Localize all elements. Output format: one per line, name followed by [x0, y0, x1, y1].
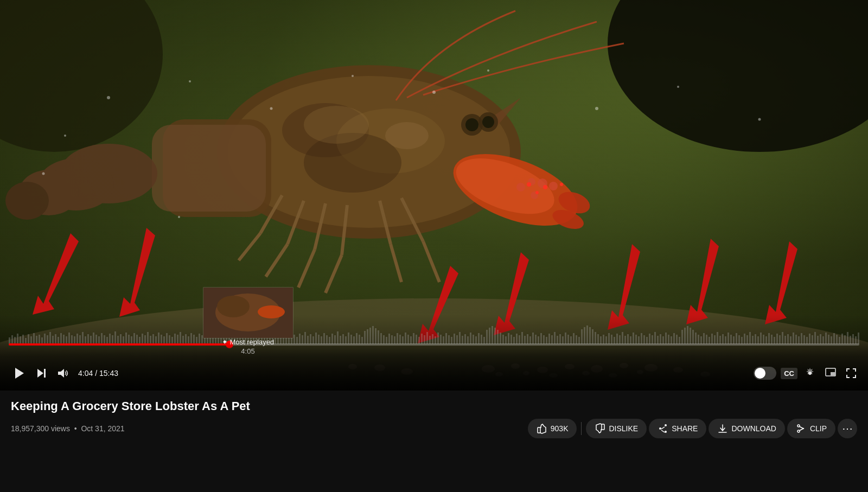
svg-line-411: [661, 430, 665, 432]
autopause-toggle[interactable]: [754, 367, 776, 380]
clip-button[interactable]: CLIP: [787, 419, 835, 438]
share-icon: [658, 423, 668, 434]
svg-point-56: [482, 116, 494, 128]
svg-rect-292: [586, 325, 588, 344]
like-button[interactable]: 903K: [528, 419, 577, 438]
svg-point-413: [797, 430, 800, 432]
svg-point-68: [270, 107, 273, 110]
download-icon: [717, 423, 728, 434]
video-frame: ✦ Most replayed 4:05: [0, 0, 868, 391]
video-controls: 4:04 / 15:43 CC: [0, 342, 868, 391]
svg-point-73: [595, 107, 598, 110]
svg-marker-404: [37, 369, 43, 378]
more-icon: ⋯: [842, 422, 853, 435]
svg-point-72: [64, 135, 66, 137]
svg-point-57: [516, 183, 525, 191]
volume-button[interactable]: [54, 365, 72, 382]
share-button[interactable]: SHARE: [649, 419, 706, 438]
meta-row: 18,957,300 views • Oct 31, 2021 903K: [11, 419, 857, 438]
svg-point-63: [543, 185, 547, 189]
action-buttons: 903K DISLIKE: [528, 419, 857, 438]
dislike-icon: [595, 423, 605, 434]
divider: [581, 422, 582, 435]
clip-icon: [796, 423, 807, 434]
svg-rect-409: [831, 372, 835, 375]
like-count: 903K: [551, 424, 569, 433]
svg-rect-405: [44, 369, 46, 378]
download-button[interactable]: DOWNLOAD: [709, 419, 784, 438]
time-display: 4:04 / 15:43: [78, 369, 118, 378]
more-button[interactable]: ⋯: [838, 419, 857, 438]
controls-row: 4:04 / 15:43 CC: [0, 362, 868, 384]
svg-point-70: [432, 91, 436, 94]
info-bar: Keeping A Grocery Store Lobster As A Pet…: [0, 391, 868, 492]
next-button[interactable]: [33, 365, 50, 382]
svg-point-62: [527, 182, 531, 187]
svg-point-75: [758, 118, 761, 121]
svg-point-60: [549, 182, 558, 190]
settings-area: CC: [754, 365, 859, 381]
svg-point-71: [487, 69, 489, 72]
cc-button[interactable]: CC: [781, 368, 797, 379]
svg-marker-403: [15, 368, 24, 379]
svg-point-64: [560, 183, 563, 186]
svg-point-76: [178, 216, 180, 218]
settings-button[interactable]: [802, 365, 818, 381]
miniplayer-button[interactable]: [822, 365, 839, 381]
video-title: Keeping A Grocery Store Lobster As A Pet: [11, 399, 857, 413]
fullscreen-button[interactable]: [843, 365, 859, 381]
view-count: 18,957,300 views • Oct 31, 2021: [11, 424, 125, 433]
svg-marker-406: [58, 369, 64, 378]
svg-point-28: [304, 106, 369, 144]
svg-rect-31: [152, 125, 266, 212]
dislike-button[interactable]: DISLIKE: [586, 419, 647, 438]
svg-point-65: [535, 191, 539, 194]
svg-point-74: [677, 86, 679, 88]
svg-line-410: [661, 427, 665, 429]
svg-point-35: [5, 182, 49, 220]
svg-point-399: [217, 296, 250, 317]
svg-point-69: [352, 75, 354, 77]
svg-point-29: [385, 122, 429, 149]
svg-point-77: [42, 172, 45, 175]
video-player[interactable]: ✦ Most replayed 4:05: [0, 0, 868, 391]
play-button[interactable]: [9, 363, 28, 383]
svg-point-66: [107, 96, 110, 99]
like-icon: [537, 423, 547, 434]
svg-point-67: [189, 80, 191, 82]
toggle-knob: [755, 368, 765, 379]
svg-point-27: [304, 133, 401, 193]
svg-point-412: [797, 425, 800, 427]
svg-point-54: [465, 118, 478, 131]
svg-point-400: [258, 305, 285, 318]
